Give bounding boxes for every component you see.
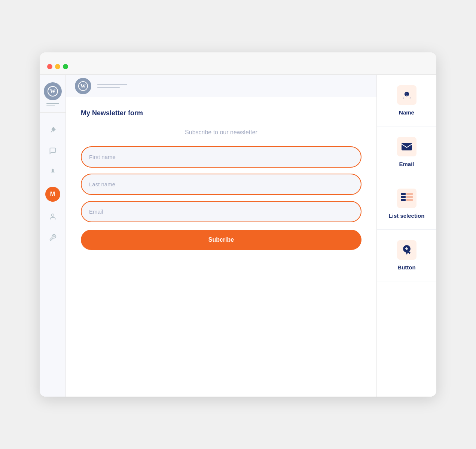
main-content: W My Newsletter form Subscribe to our ne…: [66, 75, 376, 397]
sidebar-menu-lines: [46, 103, 59, 106]
panel-item-list-selection[interactable]: List selection: [377, 178, 436, 230]
active-user-avatar[interactable]: M: [45, 187, 60, 202]
comment-icon[interactable]: [47, 145, 59, 157]
panel-email-label: Email: [399, 161, 414, 167]
form-subtitle: Subscribe to our newsletter: [81, 129, 361, 136]
svg-rect-15: [406, 196, 413, 198]
active-user-label: M: [50, 191, 55, 198]
user-icon[interactable]: [47, 211, 59, 223]
svg-rect-17: [406, 199, 413, 201]
browser-chrome: [40, 52, 436, 75]
name-icon: [397, 85, 416, 105]
panel-item-email[interactable]: Email: [377, 126, 436, 178]
sidebar-icons: M: [45, 116, 60, 397]
email-icon: [397, 137, 416, 156]
browser-body: W: [40, 75, 436, 397]
svg-point-8: [404, 92, 409, 96]
newsletter-form: Subcribe: [81, 146, 361, 250]
wp-top-line-2: [97, 87, 120, 88]
wp-logo: W: [44, 82, 62, 100]
svg-line-2: [51, 131, 53, 132]
panel-item-button[interactable]: Button: [377, 230, 436, 281]
menu-line-2: [46, 106, 55, 106]
wrench-icon[interactable]: [47, 232, 59, 244]
traffic-light-red[interactable]: [47, 64, 52, 69]
form-area: My Newsletter form Subscribe to our news…: [66, 97, 376, 397]
wp-logo-area: W: [40, 82, 65, 113]
last-name-input[interactable]: [81, 174, 361, 195]
svg-point-9: [405, 93, 406, 94]
svg-rect-13: [406, 193, 413, 195]
menu-line-1: [46, 103, 59, 104]
traffic-light-green[interactable]: [63, 64, 68, 69]
panel-item-name[interactable]: Name: [377, 75, 436, 126]
panel-button-label: Button: [397, 264, 415, 271]
right-panel: Name Email: [376, 75, 436, 397]
svg-rect-16: [401, 199, 406, 201]
first-name-input[interactable]: [81, 146, 361, 168]
list-selection-icon: [397, 189, 416, 208]
form-title: My Newsletter form: [81, 109, 361, 117]
svg-text:W: W: [50, 88, 55, 94]
traffic-light-yellow[interactable]: [55, 64, 60, 69]
svg-rect-12: [401, 193, 406, 195]
wp-sidebar: W: [40, 75, 66, 397]
wp-top-logo: W: [75, 78, 91, 94]
browser-window: W: [40, 52, 436, 397]
email-input[interactable]: [81, 201, 361, 222]
wp-top-line-1: [97, 84, 127, 85]
pin-icon[interactable]: [47, 124, 59, 136]
thumbtack-icon[interactable]: [47, 166, 59, 178]
svg-rect-11: [402, 143, 412, 150]
svg-rect-14: [401, 196, 406, 198]
wp-top-bar: W: [66, 75, 376, 97]
svg-point-3: [51, 214, 54, 217]
traffic-lights: [47, 64, 68, 69]
panel-list-selection-label: List selection: [389, 213, 425, 219]
subscribe-button[interactable]: Subcribe: [81, 230, 361, 250]
button-icon: [397, 240, 416, 260]
svg-text:W: W: [80, 83, 86, 89]
panel-name-label: Name: [399, 109, 414, 116]
wp-top-lines: [97, 84, 127, 88]
